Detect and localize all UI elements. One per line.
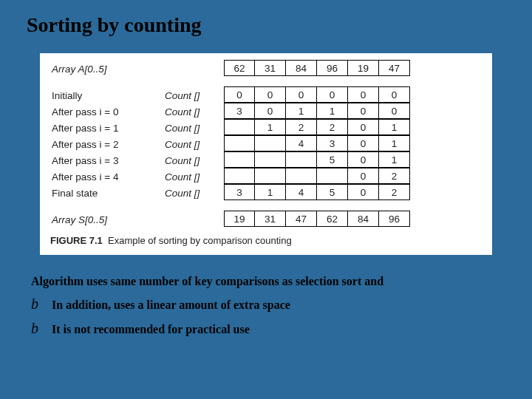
row-label: After pass i = 2 [50,136,165,152]
count-cell: 0 [254,103,286,119]
array-top-cell: 47 [378,60,410,76]
count-cell: 5 [316,184,348,200]
count-cell: 3 [224,103,255,119]
count-cell: 0 [378,103,410,119]
count-cell: 1 [378,151,410,168]
count-cell [254,135,286,151]
count-cell: 1 [285,103,317,119]
count-cell [224,168,255,184]
array-bottom-cell: 96 [378,211,410,227]
count-cell: 1 [378,135,410,151]
spacer [165,61,224,77]
row-mid: Count [] [165,168,224,185]
count-cell: 0 [347,168,379,184]
figure-caption: FIGURE 7.1 Example of sorting by compari… [50,235,482,246]
array-bottom-cell: 19 [224,211,255,227]
count-cell: 5 [316,151,348,168]
count-cell: 0 [347,184,379,200]
row-label: After pass i = 1 [50,120,165,136]
array-top-cell: 62 [224,60,255,76]
count-cell: 3 [224,184,255,200]
count-cell: 0 [254,86,286,103]
bullet-icon: b [31,317,44,340]
count-cell [285,151,317,168]
count-cell: 1 [316,103,348,119]
array-top-cell: 84 [285,60,317,76]
row-mid: Count [] [165,185,224,201]
row-mid: Count [] [165,136,224,152]
note-line: Algorithm uses same number of key compar… [31,273,505,291]
array-top-label: Array A[0..5] [50,61,165,77]
count-cell [285,168,317,184]
count-cell: 1 [378,119,410,135]
count-cell [224,151,255,168]
row-label: After pass i = 3 [50,152,165,168]
bullet-icon: b [31,293,44,316]
count-cell: 1 [254,184,286,200]
count-cell [224,135,255,151]
figure-grid: Array A[0..5] 62 31 84 96 19 47 Initiall… [50,61,482,228]
row-mid: Count [] [165,103,224,120]
count-cell: 1 [254,119,286,135]
count-cell: 0 [347,119,379,135]
row-label: Final state [50,185,165,201]
bullet-text: In addition, uses a linear amount of ext… [52,296,290,315]
count-cell: 4 [285,184,317,200]
bullet-text: It is not recommended for practical use [52,321,250,339]
count-cell: 2 [378,184,410,200]
row-label: Initially [50,87,165,103]
bullet-row: b In addition, uses a linear amount of e… [31,293,505,316]
count-cell [254,168,286,184]
count-cell: 0 [378,86,410,103]
row-mid: Count [] [165,152,224,168]
count-cell: 0 [224,86,255,103]
count-cell: 0 [285,86,317,103]
figure-panel: Array A[0..5] 62 31 84 96 19 47 Initiall… [40,53,492,255]
slide: Sorting by counting Array A[0..5] 62 31 … [0,0,532,399]
row-mid: Count [] [165,87,224,103]
array-bottom-label: Array S[0..5] [50,211,165,228]
array-bottom-cell: 47 [285,211,317,227]
count-cell: 3 [316,135,348,151]
array-top-cell: 31 [254,60,286,76]
figure-caption-label: FIGURE 7.1 [50,235,103,246]
count-cell: 0 [347,86,379,103]
count-cell [224,119,255,135]
row-mid: Count [] [165,120,224,136]
count-cell: 0 [347,151,379,168]
count-cell [316,168,348,184]
row-label: After pass i = 0 [50,103,165,120]
count-cell: 2 [316,119,348,135]
array-bottom-cell: 84 [347,211,379,227]
count-cell: 2 [285,119,317,135]
slide-title: Sorting by counting [27,13,505,37]
array-top-cell: 96 [316,60,348,76]
array-top-cell: 19 [347,60,379,76]
count-cell: 0 [347,135,379,151]
figure-caption-text: Example of sorting by comparison countin… [108,235,292,246]
count-cell: 0 [347,103,379,119]
array-bottom-cell: 31 [254,211,286,227]
row-label: After pass i = 4 [50,168,165,185]
notes-block: Algorithm uses same number of key compar… [27,273,505,340]
spacer [165,211,224,228]
count-cell: 4 [285,135,317,151]
bullet-row: b It is not recommended for practical us… [31,317,505,340]
count-cell: 2 [378,168,410,184]
count-cell: 0 [316,86,348,103]
count-cell [254,151,286,168]
array-bottom-cell: 62 [316,211,348,227]
